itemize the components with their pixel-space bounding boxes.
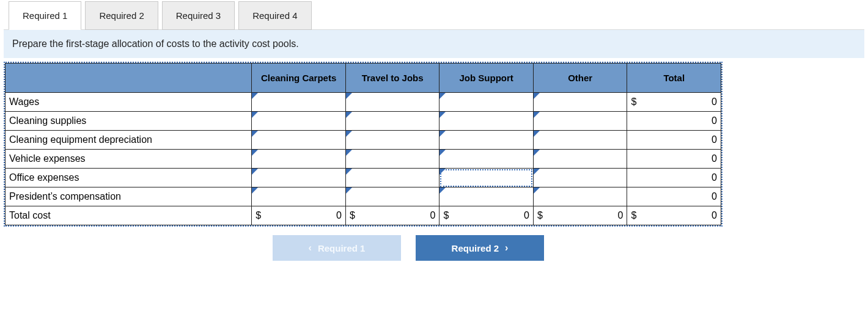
dropdown-corner-icon <box>346 93 352 99</box>
input-cell[interactable] <box>533 93 627 112</box>
input-cell[interactable] <box>252 169 346 187</box>
instruction-bar: Prepare the first-stage allocation of co… <box>4 29 864 58</box>
col-header-travel: Travel to Jobs <box>345 64 440 93</box>
currency-symbol: $ <box>346 206 363 225</box>
input-cell[interactable] <box>533 187 627 206</box>
input-cell[interactable] <box>440 187 534 206</box>
totals-cell: $0 <box>252 206 346 225</box>
row-label: Cleaning equipment depreciation <box>6 131 252 150</box>
input-cell[interactable] <box>533 131 627 150</box>
dropdown-corner-icon <box>440 112 446 118</box>
currency-symbol: $ <box>440 206 457 225</box>
row-total: 0 <box>627 150 721 169</box>
dropdown-corner-icon <box>534 187 540 194</box>
nav-buttons: ‹ Required 1 Required 2 › <box>273 235 864 261</box>
tab-label: Required 1 <box>23 10 67 21</box>
currency-symbol <box>627 169 644 187</box>
tab-required-1[interactable]: Required 1 <box>9 1 81 30</box>
currency-symbol: $ <box>252 206 269 225</box>
currency-symbol <box>627 112 644 130</box>
input-cell[interactable] <box>345 150 440 169</box>
row-label: Vehicle expenses <box>6 150 252 169</box>
prev-button: ‹ Required 1 <box>273 235 401 261</box>
input-cell[interactable] <box>252 150 346 169</box>
totals-value: 0 <box>269 206 345 225</box>
tab-required-4[interactable]: Required 4 <box>238 1 311 30</box>
input-cell[interactable] <box>440 150 534 169</box>
input-cell[interactable] <box>345 131 440 150</box>
col-header-job-support: Job Support <box>440 64 534 93</box>
dropdown-corner-icon <box>534 131 540 137</box>
dropdown-corner-icon <box>346 112 352 118</box>
next-label: Required 2 <box>452 243 499 253</box>
col-header-total: Total <box>627 64 721 93</box>
totals-value: 0 <box>551 206 627 225</box>
totals-cell: $0 <box>440 206 534 225</box>
tab-label: Required 4 <box>252 10 297 21</box>
tab-required-3[interactable]: Required 3 <box>162 1 235 30</box>
input-cell[interactable] <box>533 112 627 131</box>
input-cell[interactable] <box>252 131 346 150</box>
row-total: 0 <box>627 187 721 206</box>
dropdown-corner-icon <box>346 150 352 156</box>
tab-label: Required 3 <box>176 10 221 21</box>
chevron-left-icon: ‹ <box>309 242 312 253</box>
dropdown-corner-icon <box>440 93 446 99</box>
row-total: 0 <box>627 131 721 150</box>
dropdown-corner-icon <box>440 131 446 137</box>
totals-cell: $0 <box>345 206 440 225</box>
dropdown-corner-icon <box>440 169 446 175</box>
row-total-value: 0 <box>644 131 721 149</box>
dropdown-corner-icon <box>252 112 258 118</box>
row-label: Cleaning supplies <box>6 112 252 131</box>
input-cell[interactable] <box>252 93 346 112</box>
row-total-value: 0 <box>644 150 721 168</box>
instruction-text: Prepare the first-stage allocation of co… <box>12 38 299 49</box>
currency-symbol <box>627 131 644 149</box>
input-cell[interactable] <box>533 169 627 187</box>
table-row: Vehicle expenses0 <box>6 150 721 169</box>
dropdown-corner-icon <box>252 169 258 175</box>
dropdown-corner-icon <box>252 150 258 156</box>
row-total: $0 <box>627 93 721 112</box>
input-cell[interactable] <box>345 93 440 112</box>
tab-label: Required 2 <box>99 10 144 21</box>
input-cell[interactable] <box>440 93 534 112</box>
input-cell[interactable] <box>440 169 534 187</box>
input-cell[interactable] <box>252 112 346 131</box>
row-label: Office expenses <box>6 169 252 187</box>
tab-required-2[interactable]: Required 2 <box>85 1 158 30</box>
totals-value: 0 <box>363 206 440 225</box>
input-cell[interactable] <box>440 131 534 150</box>
row-total-value: 0 <box>644 169 721 187</box>
dropdown-corner-icon <box>346 187 352 194</box>
input-cell[interactable] <box>345 169 440 187</box>
dropdown-corner-icon <box>252 93 258 99</box>
row-total: 0 <box>627 112 721 131</box>
dropdown-corner-icon <box>440 150 446 156</box>
totals-cell: $0 <box>533 206 627 225</box>
table-row: Cleaning supplies0 <box>6 112 721 131</box>
dropdown-corner-icon <box>346 169 352 175</box>
tabs: Required 1 Required 2 Required 3 Require… <box>4 1 864 30</box>
totals-value: 0 <box>644 206 721 225</box>
col-header-cleaning-carpets: Cleaning Carpets <box>252 64 346 93</box>
next-button[interactable]: Required 2 › <box>416 235 544 261</box>
row-total-value: 0 <box>644 93 721 111</box>
currency-symbol: $ <box>627 93 644 111</box>
currency-symbol <box>627 150 644 168</box>
dropdown-corner-icon <box>252 131 258 137</box>
row-total-value: 0 <box>644 187 721 206</box>
row-label: President’s compensation <box>6 187 252 206</box>
table-row: President’s compensation0 <box>6 187 721 206</box>
input-cell[interactable] <box>252 187 346 206</box>
input-cell[interactable] <box>440 112 534 131</box>
table-row: Office expenses0 <box>6 169 721 187</box>
chevron-right-icon: › <box>505 242 508 253</box>
input-cell[interactable] <box>345 112 440 131</box>
input-cell[interactable] <box>345 187 440 206</box>
table-row: Wages$0 <box>6 93 721 112</box>
dropdown-corner-icon <box>252 187 258 194</box>
input-cell[interactable] <box>533 150 627 169</box>
dropdown-corner-icon <box>534 169 540 175</box>
